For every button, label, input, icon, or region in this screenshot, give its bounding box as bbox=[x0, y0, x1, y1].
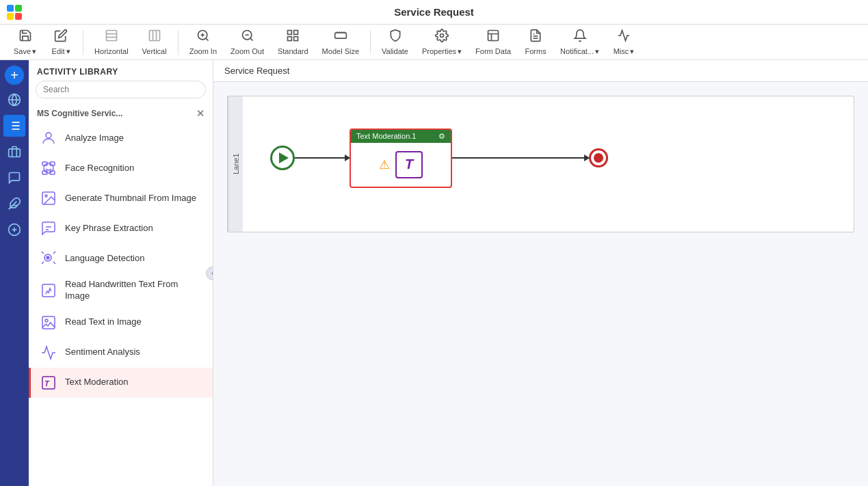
forms-icon bbox=[529, 29, 542, 46]
sidebar-add-button[interactable]: + bbox=[5, 66, 24, 85]
vertical-icon bbox=[148, 29, 161, 46]
library-item-face-recognition[interactable]: Face Recognition bbox=[29, 153, 213, 183]
validate-icon bbox=[389, 29, 402, 46]
library-item-text-moderation[interactable]: T Text Moderation bbox=[29, 368, 213, 398]
language-detection-label: Language Detection bbox=[65, 253, 144, 265]
svg-rect-3 bbox=[149, 31, 159, 41]
zoom-out-icon bbox=[241, 29, 254, 46]
svg-text:T: T bbox=[44, 379, 50, 388]
validate-button[interactable]: Validate bbox=[376, 26, 414, 58]
validate-label: Validate bbox=[382, 47, 408, 55]
horizontal-icon bbox=[105, 29, 118, 46]
flow-arrow-1 bbox=[295, 157, 350, 159]
svg-rect-19 bbox=[488, 31, 499, 41]
svg-rect-49 bbox=[42, 316, 55, 329]
properties-icon bbox=[435, 29, 449, 46]
svg-point-18 bbox=[440, 33, 444, 37]
sidebar-circle-icon[interactable] bbox=[3, 219, 25, 241]
vertical-button[interactable]: Vertical bbox=[137, 26, 172, 58]
save-button[interactable]: Save ▾ bbox=[8, 26, 42, 59]
flow-end-node bbox=[589, 148, 608, 167]
library-item-read-handwritten[interactable]: Read Handwritten Text From Image bbox=[29, 273, 213, 308]
save-label: Save ▾ bbox=[14, 47, 36, 56]
sentiment-label: Sentiment Analysis bbox=[65, 347, 140, 358]
divider-1 bbox=[83, 30, 83, 55]
flow-start-node bbox=[270, 146, 295, 170]
breadcrumb: Service Request bbox=[213, 60, 868, 82]
category-close-icon[interactable]: ✕ bbox=[196, 108, 205, 119]
node-settings-icon[interactable]: ⚙ bbox=[438, 132, 445, 141]
library-item-read-text[interactable]: Read Text in Image bbox=[29, 308, 213, 338]
node-t-icon: T bbox=[395, 151, 423, 178]
left-sidebar: + bbox=[0, 60, 29, 486]
zoom-out-label: Zoom Out bbox=[231, 47, 264, 55]
app-logo bbox=[7, 5, 22, 20]
svg-line-7 bbox=[206, 38, 209, 41]
library-item-analyze-image[interactable]: Analyze Image bbox=[29, 123, 213, 153]
horizontal-button[interactable]: Horizontal bbox=[89, 26, 134, 58]
standard-icon bbox=[286, 29, 300, 46]
library-items-list: Analyze Image Face Recognition bbox=[29, 123, 213, 486]
flow-arrow-2 bbox=[452, 157, 589, 159]
form-data-button[interactable]: Form Data bbox=[470, 26, 516, 58]
page-title: Service Request bbox=[394, 6, 474, 18]
generate-thumbnail-label: Generate Thumbnail From Image bbox=[65, 193, 196, 204]
form-data-label: Form Data bbox=[475, 47, 511, 55]
sidebar-chat-icon[interactable] bbox=[3, 167, 25, 189]
vertical-label: Vertical bbox=[142, 47, 167, 55]
model-size-label: Model Size bbox=[322, 47, 359, 55]
node-header: Text Moderation.1 ⚙ bbox=[351, 130, 451, 143]
library-item-generate-thumbnail[interactable]: Generate Thumbnail From Image bbox=[29, 183, 213, 213]
zoom-in-button[interactable]: Zoom In bbox=[184, 26, 222, 58]
horizontal-label: Horizontal bbox=[94, 47, 129, 55]
face-recognition-icon bbox=[39, 159, 58, 178]
notification-button[interactable]: Notificat... ▾ bbox=[555, 26, 605, 59]
language-detection-icon bbox=[39, 249, 58, 268]
svg-rect-17 bbox=[334, 33, 346, 38]
properties-label: Properties ▾ bbox=[422, 47, 462, 56]
edit-icon bbox=[54, 29, 68, 46]
analyze-image-icon bbox=[39, 129, 58, 148]
sidebar-id-icon[interactable] bbox=[3, 141, 25, 163]
model-size-button[interactable]: Model Size bbox=[317, 26, 365, 58]
search-input[interactable] bbox=[36, 81, 206, 98]
forms-button[interactable]: Forms bbox=[519, 26, 552, 58]
library-item-language-detection[interactable]: Language Detection bbox=[29, 243, 213, 273]
library-category: MS Cognitive Servic... ✕ bbox=[29, 104, 213, 123]
sidebar-globe-icon[interactable] bbox=[3, 89, 25, 111]
library-item-key-phrase[interactable]: Key Phrase Extraction bbox=[29, 213, 213, 243]
svg-point-43 bbox=[45, 195, 47, 197]
sentiment-icon bbox=[39, 343, 58, 362]
text-moderation-label: Text Moderation bbox=[65, 377, 129, 388]
misc-label: Misc ▾ bbox=[614, 47, 635, 56]
node-title: Text Moderation.1 bbox=[356, 132, 416, 140]
standard-button[interactable]: Standard bbox=[272, 26, 314, 58]
sidebar-puzzle-icon[interactable] bbox=[3, 193, 25, 215]
model-size-icon bbox=[334, 29, 347, 46]
divider-3 bbox=[370, 30, 371, 55]
lane-content: Text Moderation.1 ⚙ ⚠ T bbox=[243, 96, 854, 219]
svg-point-41 bbox=[44, 163, 53, 173]
edit-label: Edit ▾ bbox=[52, 47, 70, 56]
properties-button[interactable]: Properties ▾ bbox=[417, 26, 467, 59]
lane-container: Lane1 Text Moderation.1 ⚙ bbox=[227, 96, 854, 232]
zoom-out-button[interactable]: Zoom Out bbox=[225, 26, 269, 58]
activity-library: ACTIVITY LIBRARY MS Cognitive Servic... … bbox=[29, 60, 213, 486]
read-text-icon bbox=[39, 313, 58, 332]
library-item-sentiment[interactable]: Sentiment Analysis bbox=[29, 338, 213, 368]
edit-button[interactable]: Edit ▾ bbox=[44, 26, 77, 59]
toolbar: Save ▾ Edit ▾ Horizontal Vertical Zoom I… bbox=[0, 25, 868, 60]
canvas-area[interactable]: Service Request Lane1 Text Moderation.1 bbox=[213, 60, 868, 486]
analyze-image-label: Analyze Image bbox=[65, 133, 124, 144]
activity-node-text-moderation[interactable]: Text Moderation.1 ⚙ ⚠ T bbox=[350, 129, 452, 188]
forms-label: Forms bbox=[525, 47, 546, 55]
sidebar-list-icon[interactable] bbox=[3, 115, 25, 137]
key-phrase-icon bbox=[39, 219, 58, 238]
form-data-icon bbox=[486, 29, 500, 46]
svg-line-11 bbox=[250, 38, 252, 41]
misc-icon bbox=[617, 29, 631, 46]
svg-point-36 bbox=[46, 133, 51, 138]
warning-icon: ⚠ bbox=[379, 157, 390, 172]
svg-point-50 bbox=[45, 319, 48, 322]
misc-button[interactable]: Misc ▾ bbox=[607, 26, 640, 59]
